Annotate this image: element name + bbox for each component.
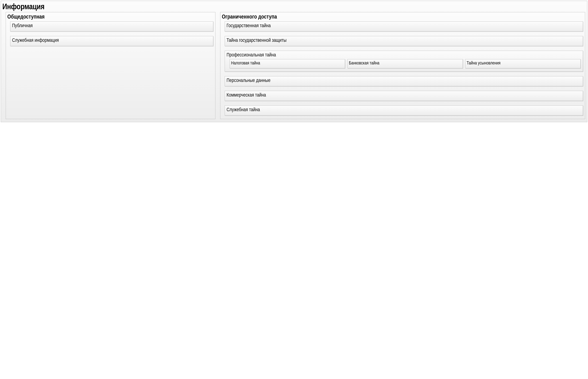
column-public-items: Публичная Служебная информация: [7, 21, 214, 46]
card-label: Коммерческая тайна: [227, 92, 581, 98]
card-label: Служебная тайна: [227, 107, 581, 112]
root-title: Информация: [2, 2, 586, 11]
column-public: Общедоступная Публичная Служебная информ…: [6, 12, 215, 119]
column-restricted-items: Государственная тайна Тайна государствен…: [221, 21, 584, 116]
card-label: Профессиональная тайна: [227, 52, 581, 58]
card-state-secret: Государственная тайна: [225, 21, 583, 32]
card-state-protection-secret: Тайна государственной защиты: [225, 36, 583, 46]
card-professional-secret: Профессиональная тайна Налоговая тайна Б…: [225, 51, 583, 72]
card-label: Служебная информация: [12, 37, 211, 43]
column-public-title: Общедоступная: [7, 13, 214, 20]
card-label: Тайна государственной защиты: [227, 37, 581, 43]
card-label: Государственная тайна: [227, 23, 581, 28]
subcard-bank-secret: Банковская тайна: [347, 59, 463, 68]
card-service-secret: Служебная тайна: [225, 105, 583, 116]
column-restricted: Ограниченного доступа Государственная та…: [220, 12, 585, 119]
card-service-info: Служебная информация: [10, 36, 213, 46]
card-label: Публичная: [12, 23, 211, 28]
card-commercial-secret: Коммерческая тайна: [225, 91, 583, 101]
subcard-tax-secret: Налоговая тайна: [230, 59, 345, 68]
root-panel: Информация Общедоступная Публичная Служе…: [1, 1, 587, 122]
columns: Общедоступная Публичная Служебная информ…: [2, 12, 586, 119]
card-public: Публичная: [10, 21, 213, 32]
subcard-adoption-secret: Тайна усыновления: [465, 59, 581, 68]
column-restricted-title: Ограниченного доступа: [222, 13, 584, 20]
card-label: Персональные данные: [227, 77, 581, 83]
professional-secret-children: Налоговая тайна Банковская тайна Тайна у…: [227, 59, 581, 68]
card-personal-data: Персональные данные: [225, 76, 583, 86]
